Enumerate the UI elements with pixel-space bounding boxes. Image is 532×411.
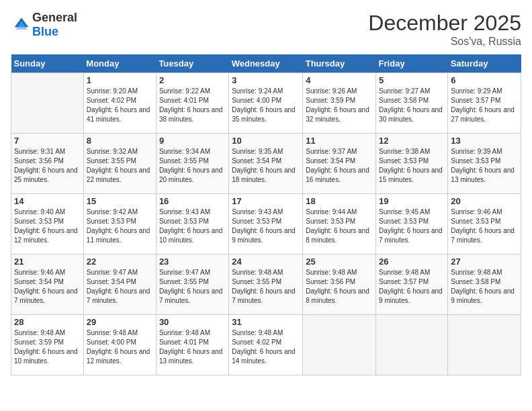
day-cell: 13Sunrise: 9:39 AMSunset: 3:53 PMDayligh… <box>448 134 521 194</box>
day-cell: 25Sunrise: 9:48 AMSunset: 3:56 PMDayligh… <box>303 255 376 315</box>
day-info: Sunrise: 9:42 AMSunset: 3:53 PMDaylight:… <box>87 208 153 245</box>
day-number: 7 <box>14 136 81 146</box>
day-number: 20 <box>451 196 518 206</box>
day-info: Sunrise: 9:48 AMSunset: 4:01 PMDaylight:… <box>159 328 226 366</box>
day-cell: 26Sunrise: 9:48 AMSunset: 3:57 PMDayligh… <box>376 255 448 315</box>
day-number: 3 <box>232 75 300 85</box>
day-info: Sunrise: 9:39 AMSunset: 3:53 PMDaylight:… <box>451 147 518 185</box>
day-number: 1 <box>87 75 153 85</box>
day-info: Sunrise: 9:48 AMSunset: 3:57 PMDaylight:… <box>379 268 445 306</box>
day-info: Sunrise: 9:43 AMSunset: 3:53 PMDaylight:… <box>232 208 300 245</box>
day-number: 26 <box>379 257 445 267</box>
day-cell: 12Sunrise: 9:38 AMSunset: 3:53 PMDayligh… <box>376 134 448 194</box>
day-info: Sunrise: 9:46 AMSunset: 3:54 PMDaylight:… <box>14 268 81 306</box>
day-number: 30 <box>159 317 226 327</box>
day-number: 13 <box>451 136 518 146</box>
day-info: Sunrise: 9:48 AMSunset: 3:55 PMDaylight:… <box>232 268 300 306</box>
day-cell: 7Sunrise: 9:31 AMSunset: 3:56 PMDaylight… <box>11 134 84 194</box>
day-info: Sunrise: 9:40 AMSunset: 3:53 PMDaylight:… <box>14 208 81 245</box>
day-info: Sunrise: 9:29 AMSunset: 3:57 PMDaylight:… <box>451 87 518 124</box>
day-info: Sunrise: 9:48 AMSunset: 3:56 PMDaylight:… <box>306 268 373 306</box>
day-info: Sunrise: 9:48 AMSunset: 3:58 PMDaylight:… <box>451 268 518 306</box>
day-number: 14 <box>14 196 81 206</box>
day-number: 29 <box>87 317 153 327</box>
day-cell: 21Sunrise: 9:46 AMSunset: 3:54 PMDayligh… <box>11 255 84 315</box>
day-cell: 2Sunrise: 9:22 AMSunset: 4:01 PMDaylight… <box>156 73 228 134</box>
week-row-4: 21Sunrise: 9:46 AMSunset: 3:54 PMDayligh… <box>11 255 521 315</box>
day-info: Sunrise: 9:37 AMSunset: 3:54 PMDaylight:… <box>306 147 373 185</box>
day-number: 16 <box>159 196 226 206</box>
day-number: 2 <box>159 75 226 85</box>
week-row-1: 1Sunrise: 9:20 AMSunset: 4:02 PMDaylight… <box>11 73 521 134</box>
day-number: 4 <box>306 75 373 85</box>
day-number: 17 <box>232 196 300 206</box>
day-number: 19 <box>379 196 445 206</box>
day-info: Sunrise: 9:48 AMSunset: 4:00 PMDaylight:… <box>87 328 153 366</box>
day-info: Sunrise: 9:34 AMSunset: 3:55 PMDaylight:… <box>159 147 226 185</box>
day-cell: 9Sunrise: 9:34 AMSunset: 3:55 PMDaylight… <box>156 134 228 194</box>
day-cell: 23Sunrise: 9:47 AMSunset: 3:55 PMDayligh… <box>156 255 228 315</box>
day-cell: 30Sunrise: 9:48 AMSunset: 4:01 PMDayligh… <box>156 315 228 375</box>
day-number: 23 <box>159 257 226 267</box>
month-title: December 2025 <box>368 11 521 36</box>
day-number: 21 <box>14 257 81 267</box>
day-cell: 4Sunrise: 9:26 AMSunset: 3:59 PMDaylight… <box>303 73 376 134</box>
day-number: 11 <box>306 136 373 146</box>
day-info: Sunrise: 9:27 AMSunset: 3:58 PMDaylight:… <box>379 87 445 124</box>
day-number: 5 <box>379 75 445 85</box>
title-block: December 2025 Sos'va, Russia <box>368 11 521 48</box>
day-number: 12 <box>379 136 445 146</box>
day-info: Sunrise: 9:48 AMSunset: 3:59 PMDaylight:… <box>14 328 81 366</box>
calendar-table: SundayMondayTuesdayWednesdayThursdayFrid… <box>11 54 521 375</box>
weekday-header-row: SundayMondayTuesdayWednesdayThursdayFrid… <box>11 54 521 73</box>
day-cell: 15Sunrise: 9:42 AMSunset: 3:53 PMDayligh… <box>83 194 156 255</box>
logo-newline: Blue <box>32 25 77 39</box>
weekday-header-thursday: Thursday <box>303 54 376 73</box>
day-info: Sunrise: 9:38 AMSunset: 3:53 PMDaylight:… <box>379 147 445 185</box>
day-info: Sunrise: 9:43 AMSunset: 3:53 PMDaylight:… <box>159 208 226 245</box>
day-cell: 19Sunrise: 9:45 AMSunset: 3:53 PMDayligh… <box>376 194 448 255</box>
day-cell: 8Sunrise: 9:32 AMSunset: 3:55 PMDaylight… <box>83 134 156 194</box>
day-cell: 31Sunrise: 9:48 AMSunset: 4:02 PMDayligh… <box>229 315 303 375</box>
day-number: 18 <box>306 196 373 206</box>
weekday-header-tuesday: Tuesday <box>156 54 228 73</box>
day-cell <box>448 315 521 375</box>
day-info: Sunrise: 9:26 AMSunset: 3:59 PMDaylight:… <box>306 87 373 124</box>
day-cell: 14Sunrise: 9:40 AMSunset: 3:53 PMDayligh… <box>11 194 84 255</box>
day-info: Sunrise: 9:35 AMSunset: 3:54 PMDaylight:… <box>232 147 300 185</box>
day-number: 28 <box>14 317 81 327</box>
day-info: Sunrise: 9:32 AMSunset: 3:55 PMDaylight:… <box>87 147 153 185</box>
logo-general: General <box>32 11 77 24</box>
day-info: Sunrise: 9:46 AMSunset: 3:53 PMDaylight:… <box>451 208 518 245</box>
day-number: 6 <box>451 75 518 85</box>
week-row-2: 7Sunrise: 9:31 AMSunset: 3:56 PMDaylight… <box>11 134 521 194</box>
day-number: 22 <box>87 257 153 267</box>
weekday-header-friday: Friday <box>376 54 448 73</box>
weekday-header-saturday: Saturday <box>448 54 521 73</box>
day-info: Sunrise: 9:48 AMSunset: 4:02 PMDaylight:… <box>232 328 300 366</box>
day-cell <box>11 73 84 134</box>
day-cell <box>303 315 376 375</box>
day-number: 15 <box>87 196 153 206</box>
day-info: Sunrise: 9:47 AMSunset: 3:54 PMDaylight:… <box>87 268 153 306</box>
logo-icon <box>12 15 31 34</box>
day-number: 25 <box>306 257 373 267</box>
day-info: Sunrise: 9:22 AMSunset: 4:01 PMDaylight:… <box>159 87 226 124</box>
day-cell: 27Sunrise: 9:48 AMSunset: 3:58 PMDayligh… <box>448 255 521 315</box>
weekday-header-wednesday: Wednesday <box>229 54 303 73</box>
day-number: 8 <box>87 136 153 146</box>
day-cell: 11Sunrise: 9:37 AMSunset: 3:54 PMDayligh… <box>303 134 376 194</box>
logo-text: GeneralBlue <box>32 11 77 39</box>
day-cell: 29Sunrise: 9:48 AMSunset: 4:00 PMDayligh… <box>83 315 156 375</box>
week-row-3: 14Sunrise: 9:40 AMSunset: 3:53 PMDayligh… <box>11 194 521 255</box>
day-info: Sunrise: 9:20 AMSunset: 4:02 PMDaylight:… <box>87 87 153 124</box>
day-cell: 1Sunrise: 9:20 AMSunset: 4:02 PMDaylight… <box>83 73 156 134</box>
day-cell: 10Sunrise: 9:35 AMSunset: 3:54 PMDayligh… <box>229 134 303 194</box>
day-cell: 22Sunrise: 9:47 AMSunset: 3:54 PMDayligh… <box>83 255 156 315</box>
week-row-5: 28Sunrise: 9:48 AMSunset: 3:59 PMDayligh… <box>11 315 521 375</box>
day-info: Sunrise: 9:45 AMSunset: 3:53 PMDaylight:… <box>379 208 445 245</box>
day-cell: 6Sunrise: 9:29 AMSunset: 3:57 PMDaylight… <box>448 73 521 134</box>
day-cell: 3Sunrise: 9:24 AMSunset: 4:00 PMDaylight… <box>229 73 303 134</box>
logo: GeneralBlue <box>11 11 77 39</box>
day-cell <box>376 315 448 375</box>
